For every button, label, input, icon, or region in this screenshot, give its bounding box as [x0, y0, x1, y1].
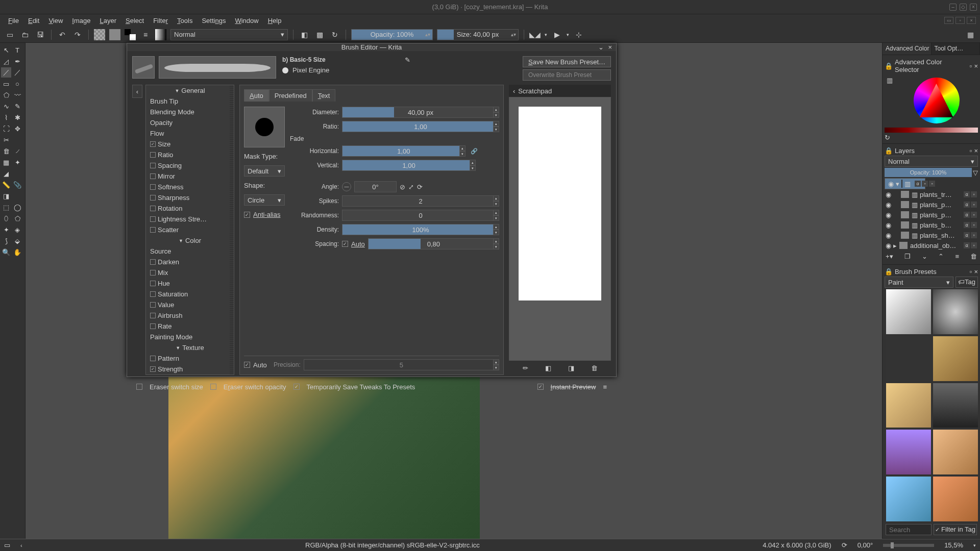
angle-preset-icon[interactable]: ⊘ [400, 183, 405, 191]
prop-value[interactable]: Value [146, 299, 234, 310]
preset-search-input[interactable] [886, 524, 932, 535]
undo-icon[interactable]: ↶ [57, 29, 68, 40]
smart-patch-icon[interactable]: ✦ [12, 157, 22, 167]
tag-button[interactable]: 🏷Tag [955, 277, 978, 288]
angle-preset-icon[interactable]: ⟳ [417, 183, 423, 191]
prop-blending-mode[interactable]: Blending Mode [146, 107, 234, 117]
workspace-lock-icon[interactable]: ▭ [944, 17, 953, 24]
color-profile-label[interactable]: RGB/Alpha (8-bit integer/channel) sRGB-e… [305, 541, 480, 549]
mirror-horizontal-icon[interactable]: ◣◢ [529, 29, 541, 40]
transform-tool-icon[interactable]: ⛶ [1, 123, 11, 134]
prop-softness[interactable]: Softness [146, 182, 234, 192]
polyline-tool-icon[interactable]: 〰 [12, 90, 22, 100]
color-picker-icon[interactable]: ⟋ [12, 146, 22, 156]
text-tool-icon[interactable]: T [12, 45, 22, 55]
measure-tool-icon[interactable]: 📏 [1, 180, 11, 190]
menu-image[interactable]: Image [68, 16, 94, 26]
brush-preset[interactable] [933, 476, 978, 522]
gradient-swatch[interactable] [155, 29, 166, 40]
rotate-canvas-icon[interactable]: ⟳ [842, 541, 847, 549]
diameter-slider[interactable]: 40,00 px▴▾ [342, 107, 499, 118]
density-slider[interactable]: 100%▴▾ [342, 224, 499, 235]
rename-icon[interactable]: ✎ [405, 56, 410, 64]
menu-edit[interactable]: Edit [24, 16, 43, 26]
prop-darken[interactable]: Darken [146, 257, 234, 267]
prop-strength[interactable]: Strength [146, 364, 234, 374]
lock-icon[interactable]: 🔒 [885, 268, 893, 276]
add-layer-icon[interactable]: +▾ [886, 253, 893, 260]
fade-horizontal-slider[interactable]: 1,00▴▾ [342, 145, 465, 157]
visibility-icon[interactable]: ◉ [886, 242, 891, 249]
prop-hue[interactable]: Hue [146, 278, 234, 289]
color-history-strip[interactable] [885, 128, 978, 133]
clear-scratch-icon[interactable]: 🗑 [591, 364, 598, 372]
instant-preview-checkbox[interactable] [537, 384, 544, 390]
visibility-icon[interactable]: ◉ [886, 232, 891, 239]
angle-input[interactable]: 0° [354, 181, 397, 192]
selection-mode-icon[interactable]: ▭ [4, 541, 10, 549]
fill-gradient-icon[interactable]: ◨ [568, 364, 574, 372]
zoom-tool-icon[interactable]: 🔍 [1, 247, 11, 257]
fill-tool-icon[interactable]: 🗑 [1, 146, 11, 156]
subtab-predefined[interactable]: Predefined [269, 89, 312, 102]
prop-rotation[interactable]: Rotation [146, 203, 234, 214]
layer-row[interactable]: ◉▥plants_tr…α▫ [885, 189, 978, 199]
filter-icon[interactable]: ▽ [973, 169, 978, 177]
freehand-path-icon[interactable]: ✎ [12, 101, 22, 111]
popup-icon[interactable]: ▥ [885, 74, 895, 127]
close-docker-icon[interactable]: × [974, 62, 978, 70]
brush-preset[interactable] [933, 336, 978, 382]
menu-tools[interactable]: Tools [173, 16, 197, 26]
brush-preset-thumbnail[interactable] [132, 56, 155, 79]
select-rect-icon[interactable]: ⬚ [1, 202, 11, 212]
float-docker-icon[interactable]: ▫ [970, 62, 972, 70]
select-magnetic-icon[interactable]: ⬙ [12, 236, 22, 246]
eraser-switch-size-checkbox[interactable] [136, 384, 142, 390]
multibrush-icon[interactable]: ✱ [12, 112, 22, 122]
temporarily-save-checkbox[interactable] [293, 384, 300, 390]
close-docker-icon[interactable]: × [974, 268, 978, 276]
menu-layer[interactable]: Layer [95, 16, 120, 26]
angle-preset-icon[interactable]: ⤢ [408, 183, 414, 191]
window-maximize-icon[interactable]: ◇ [960, 4, 967, 11]
shape-dropdown[interactable]: Circle▾ [244, 194, 285, 206]
pan-tool-icon[interactable]: ✋ [12, 247, 22, 257]
dynamic-brush-icon[interactable]: ⌇ [1, 112, 11, 122]
alpha-lock-icon[interactable]: ▩ [314, 29, 325, 40]
prop-flow[interactable]: Flow [146, 128, 234, 139]
brush-preset[interactable] [886, 336, 932, 382]
close-docker-icon[interactable]: × [974, 147, 978, 155]
spacing-slider[interactable]: 0,80▴▾ [368, 238, 499, 249]
delete-layer-icon[interactable]: 🗑 [970, 253, 977, 260]
select-similar-icon[interactable]: ◈ [12, 224, 22, 235]
lock-icon[interactable]: 🔒 [885, 147, 893, 155]
rectangle-tool-icon[interactable]: ▭ [1, 79, 11, 89]
menu-file[interactable]: File [4, 16, 23, 26]
brush-tool-icon[interactable]: ／ [1, 67, 11, 78]
visibility-icon[interactable]: ◉ [886, 221, 891, 229]
brush-size-slider[interactable]: Size: 40,00 px▴▾ [437, 29, 519, 40]
prop-airbrush[interactable]: Airbrush [146, 310, 234, 321]
workspace-min-icon[interactable]: ▫ [955, 17, 965, 24]
layer-row[interactable]: ◉▾▥plants_d…α▫▫ [885, 178, 925, 189]
visibility-icon[interactable]: ◉ [888, 180, 894, 188]
angle-dial-icon[interactable]: — [342, 182, 351, 191]
brush-preset[interactable] [886, 383, 932, 429]
layer-row[interactable]: ◉▥plants_p…α▫ [885, 210, 978, 220]
opacity-slider[interactable]: Opacity: 100%▴▾ [351, 29, 433, 40]
menu-filter[interactable]: Filter [149, 16, 172, 26]
zoom-slider[interactable] [883, 544, 934, 547]
ratio-slider[interactable]: 1,00▴▾ [342, 121, 499, 132]
prop-mix[interactable]: Mix [146, 267, 234, 278]
menu-view[interactable]: View [44, 16, 67, 26]
overwrite-preset-button[interactable]: Overwrite Brush Preset [523, 69, 611, 81]
brush-icon[interactable]: ✏ [523, 364, 528, 372]
menu-help[interactable]: Help [264, 16, 286, 26]
move-up-icon[interactable]: ⌃ [938, 253, 944, 260]
save-file-icon[interactable]: 🖫 [35, 29, 46, 40]
subtab-text[interactable]: Text [312, 89, 336, 102]
scratchpad-canvas[interactable] [519, 107, 601, 300]
select-ellipse-icon[interactable]: ◯ [12, 202, 22, 212]
brush-preset[interactable] [933, 383, 978, 429]
pattern-swatch[interactable] [94, 29, 105, 40]
